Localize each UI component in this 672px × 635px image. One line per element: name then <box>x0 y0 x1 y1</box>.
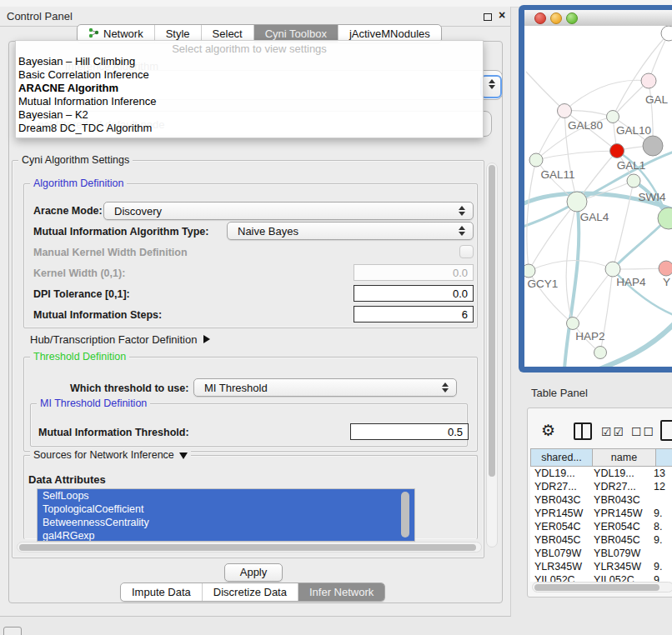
table-cell: YDL19... <box>530 467 589 480</box>
sources-title-text: Sources for Network Inference <box>33 449 174 461</box>
node-hap2[interactable] <box>567 318 579 330</box>
node-swi4[interactable] <box>627 174 640 188</box>
attribute-item-topologicalcoefficient[interactable]: TopologicalCoefficient <box>38 502 414 516</box>
table-row[interactable]: YBR043CYBR043C <box>530 493 672 507</box>
table-cell: YBR045C <box>530 533 589 547</box>
apply-button[interactable]: Apply <box>224 563 283 582</box>
algorithm-dropdown-list: Select algorithm to view settings Bayesi… <box>15 40 484 138</box>
close-panel-icon[interactable]: × <box>497 10 507 20</box>
collapsed-panel-icon[interactable] <box>3 627 22 635</box>
zoom-window-icon[interactable] <box>566 12 578 24</box>
table-row[interactable]: YBR045CYBR045C9. <box>530 533 672 547</box>
table-row[interactable]: YER054CYER054C8. <box>530 520 672 533</box>
node-gal-cut-label: GAL <box>645 93 669 106</box>
network-graph: GALGAL80GAL10GAL1GAL11SWI4GAL4GCY1HAP4YH… <box>524 26 672 367</box>
node-hap2-label: HAP2 <box>575 330 604 342</box>
data-attributes-list[interactable]: SelfLoopsTopologicalCoefficientBetweenne… <box>37 488 415 542</box>
dpi-tolerance-field[interactable]: 0.0 <box>354 285 474 302</box>
node-hap4[interactable] <box>605 262 620 277</box>
node-gray[interactable] <box>643 136 663 156</box>
node-salmon-label: Y <box>663 276 670 288</box>
tab-label: Style <box>166 28 190 40</box>
mi-threshold-field[interactable]: 0.5 <box>350 423 469 440</box>
node-hap4-label: HAP4 <box>616 276 646 288</box>
node-swi4-label: SWI4 <box>638 191 665 203</box>
close-window-icon[interactable] <box>534 12 546 24</box>
table-row[interactable]: YBL079WYBL079W <box>530 547 672 560</box>
table-cell: YDR27... <box>530 480 589 493</box>
table-hscrollbar[interactable] <box>532 582 672 592</box>
algorithm-option-dream8-dc-tdc-algorithm[interactable]: Dream8 DC_TDC Algorithm <box>16 122 483 135</box>
mi-threshold-definition-title: MI Threshold Definition <box>37 398 150 409</box>
table-cell <box>649 547 672 560</box>
kernel-width-label: Kernel Width (0,1): <box>33 268 125 279</box>
tab-impute-data[interactable]: Impute Data <box>121 583 202 601</box>
table-row[interactable]: YPR145WYPR145W9. <box>530 507 672 520</box>
mi-steps-field[interactable]: 6 <box>354 306 474 322</box>
table-row[interactable]: YDL19...YDL19...13 <box>530 467 672 480</box>
node-gal-cut[interactable] <box>641 73 656 88</box>
table-cell: 9. <box>649 507 672 520</box>
table-header: shared...nameA <box>530 448 672 467</box>
table-cell: YER054C <box>530 520 589 533</box>
column-header-name[interactable]: name <box>593 448 656 467</box>
network-canvas[interactable]: GALGAL80GAL10GAL1GAL11SWI4GAL4GCY1HAP4YH… <box>524 26 672 367</box>
algorithm-option-basic-correlation-inference[interactable]: Basic Correlation Inference <box>16 68 483 82</box>
node-gcy1[interactable] <box>524 264 535 278</box>
which-threshold-combo[interactable]: MI Threshold <box>193 378 457 397</box>
table-cell: YLR345W <box>589 560 649 573</box>
algorithm-option-bayesian-k2[interactable]: Bayesian – K2 <box>16 108 483 122</box>
tab-discretize-data[interactable]: Discretize Data <box>202 583 298 601</box>
column-header-a[interactable]: A <box>656 448 672 467</box>
tab-label: Discretize Data <box>213 586 287 598</box>
attr-list-scrollbar[interactable] <box>401 492 409 538</box>
mi-threshold-label: Mutual Information Threshold: <box>38 427 189 438</box>
table-cell: YBR045C <box>589 533 649 547</box>
hub-definition-toggle[interactable]: Hub/Transcription Factor Definition <box>30 333 210 346</box>
settings-hscrollbar[interactable] <box>17 542 482 552</box>
settings-vscrollbar[interactable] <box>486 162 498 548</box>
dpi-tolerance-label: DPI Tolerance [0,1]: <box>33 288 130 300</box>
cyni-settings-group-title: Cyni Algorithm Settings <box>18 154 133 166</box>
mi-algorithm-type-combo[interactable]: Naive Bayes <box>227 222 474 240</box>
unchecked-columns-icon[interactable]: ☐☐ <box>631 425 655 438</box>
algorithm-option-aracne-algorithm[interactable]: ARACNE Algorithm <box>16 82 483 95</box>
node-gal80[interactable] <box>558 104 572 118</box>
table-row[interactable]: YDR27...YDR27...12 <box>530 480 672 493</box>
tab-label: Impute Data <box>132 586 191 598</box>
node-top[interactable] <box>661 26 672 41</box>
minimize-window-icon[interactable] <box>550 12 562 24</box>
node-gal80-label: GAL80 <box>568 119 603 132</box>
page-icon[interactable] <box>660 420 672 441</box>
column-header-shared[interactable]: shared... <box>530 448 593 467</box>
data-attributes-label: Data Attributes <box>28 473 106 486</box>
collapse-arrow-icon[interactable] <box>179 452 188 459</box>
node-gal11[interactable] <box>529 153 543 167</box>
attribute-item-gal4rgexp[interactable]: gal4RGexp <box>38 529 414 542</box>
mi-steps-label: Mutual Information Steps: <box>33 309 162 321</box>
table-cell: YPR145W <box>530 507 589 520</box>
node-gal10[interactable] <box>607 111 619 123</box>
algorithm-option-mutual-information-inference[interactable]: Mutual Information Inference <box>16 95 483 108</box>
attribute-item-betweennesscentrality[interactable]: BetweennessCentrality <box>38 516 414 529</box>
kernel-width-field[interactable]: 0.0 <box>354 264 474 281</box>
float-panel-icon[interactable] <box>484 13 492 21</box>
network-window-titlebar[interactable] <box>524 10 672 27</box>
node-salmon[interactable] <box>659 261 672 276</box>
manual-kernel-width-checkbox[interactable] <box>459 245 474 258</box>
table-row[interactable]: YIL052CYIL052C9 <box>530 573 672 582</box>
split-view-icon[interactable] <box>574 422 592 440</box>
which-threshold-value: MI Threshold <box>204 382 268 394</box>
aracne-mode-combo[interactable]: Discovery <box>103 202 474 220</box>
table-row[interactable]: YLR345WYLR345W9. <box>530 560 672 573</box>
algorithm-option-bayesian-hill-climbing[interactable]: Bayesian – Hill Climbing <box>16 55 483 68</box>
node-green-bottom[interactable] <box>594 347 607 359</box>
expand-arrow-icon[interactable] <box>203 335 210 343</box>
gear-icon[interactable]: ⚙ <box>541 421 555 440</box>
checked-columns-icon[interactable]: ☑☑ <box>601 425 625 438</box>
node-gal4[interactable] <box>567 192 587 212</box>
tab-infer-network[interactable]: Infer Network <box>298 583 384 601</box>
table-cell: YBL079W <box>589 547 649 560</box>
node-gal1[interactable] <box>610 144 624 158</box>
attribute-item-selfloops[interactable]: SelfLoops <box>38 489 414 502</box>
